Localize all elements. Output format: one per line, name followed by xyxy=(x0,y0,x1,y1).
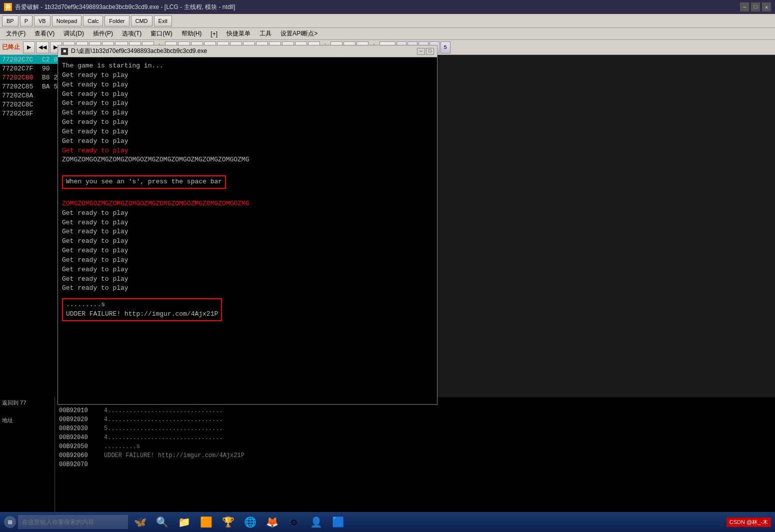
bottom-val: 5................................ xyxy=(104,425,223,432)
taskbar-app-person[interactable]: 👤 xyxy=(306,513,326,531)
taskbar-app-orange[interactable]: 🟧 xyxy=(196,513,216,531)
console-line xyxy=(62,165,433,174)
windows-search-icon[interactable]: ⊞ xyxy=(4,516,16,528)
maximize-button[interactable]: □ xyxy=(751,2,760,11)
console-bottom-boxed: .........s UDDER FAILURE! http://imgur.c… xyxy=(62,297,433,322)
bottom-addr: 00B92070 xyxy=(59,461,104,468)
bottom-addr: 00B92040 xyxy=(59,434,104,441)
back-button[interactable]: ◀◀ xyxy=(36,41,49,53)
menu-api[interactable]: 设置API断点> xyxy=(276,28,322,39)
bottom-val: 4................................ xyxy=(104,416,223,423)
menu-window[interactable]: 窗口(W) xyxy=(146,28,176,39)
bottom-addr: 00B92060 xyxy=(59,452,104,459)
bottom-row[interactable]: 00B92060 UDDER FAILURE! http://imgur.com… xyxy=(55,451,775,460)
space-bar-instruction: When you see an 's', press the space bar xyxy=(62,175,226,189)
close-button[interactable]: ✕ xyxy=(762,2,771,11)
bottom-val: 4................................ xyxy=(104,407,223,414)
console-boxed-line: When you see an 's', press the space bar xyxy=(62,174,433,190)
console-minimize[interactable]: — xyxy=(417,48,425,55)
notepad-button[interactable]: Notepad xyxy=(52,15,82,26)
bp-button[interactable]: BP xyxy=(2,15,18,26)
bottom-row[interactable]: 00B92010 4..............................… xyxy=(55,406,775,415)
bottom-addr: 00B92030 xyxy=(59,425,104,432)
menu-view[interactable]: 查看(V) xyxy=(30,28,58,39)
console-line: Get ready to play xyxy=(62,108,433,118)
console-line: Get ready to play xyxy=(62,118,433,127)
exit-button[interactable]: Exit xyxy=(154,15,172,26)
num5-button[interactable]: 5 xyxy=(440,41,450,53)
menu-debug[interactable]: 调试(D) xyxy=(60,28,88,39)
p-button[interactable]: P xyxy=(20,15,32,26)
console-line xyxy=(62,190,433,199)
menu-file[interactable]: 文件(F) xyxy=(2,28,30,39)
taskbar-app-folder[interactable]: 📁 xyxy=(174,513,194,531)
menu-tools[interactable]: 工具 xyxy=(256,28,276,39)
console-line-red: ZOMGZOMGOZMGZOMGZOMGOZMGZOMGZOMGOZMGZOMG… xyxy=(62,199,433,209)
folder-button[interactable]: Folder xyxy=(104,15,129,26)
console-title-bar: ■ D:\桌面\1b32d70ef9c3498893acbe3bcb9c3cd9… xyxy=(58,45,437,57)
failure-line1: .........s xyxy=(66,300,218,310)
bottom-val: 4................................ xyxy=(104,434,223,441)
console-line: Get ready to play xyxy=(62,237,433,246)
vb-button[interactable]: VB xyxy=(34,15,50,26)
menu-plugins[interactable]: 插件(P) xyxy=(89,28,117,39)
taskbar-app-trophy[interactable]: 🏆 xyxy=(218,513,238,531)
taskbar-search-input[interactable] xyxy=(18,515,128,529)
bottom-row[interactable]: 00B92050 .........s xyxy=(55,442,775,451)
bottom-addr: 00B92010 xyxy=(59,407,104,414)
taskbar-right: CSDN @林_-木 xyxy=(726,518,771,527)
console-line: Get ready to play xyxy=(62,209,433,218)
cmd-button[interactable]: CMD xyxy=(131,15,152,26)
title-bar: 吾 吾爱破解 - 1b32d70ef9c3498893acbe3bcb9c3cd… xyxy=(0,0,775,14)
bottom-val: .........s xyxy=(104,443,140,450)
console-window: ■ D:\桌面\1b32d70ef9c3498893acbe3bcb9c3cd9… xyxy=(58,45,438,405)
menu-options[interactable]: 选项(T) xyxy=(118,28,146,39)
console-line: Get ready to play xyxy=(62,137,433,146)
disasm-addr: 77202C7C xyxy=(2,56,42,63)
calc-button[interactable]: Calc xyxy=(83,15,103,26)
bottom-row[interactable]: 00B92070 xyxy=(55,460,775,469)
disasm-addr: 77202C80 xyxy=(2,74,42,81)
taskbar-app-square[interactable]: 🟦 xyxy=(328,513,348,531)
return-label: 返回到 77 xyxy=(2,399,52,407)
bottom-table: 00B92000 4..............................… xyxy=(55,397,775,512)
menu-help[interactable]: 帮助(H) xyxy=(178,28,206,39)
menu-plus[interactable]: [+] xyxy=(206,29,222,38)
console-title: D:\桌面\1b32d70ef9c3498893acbe3bcb9c3cd9.e… xyxy=(71,47,417,55)
taskbar-app-butterfly[interactable]: 🦋 xyxy=(130,513,150,531)
console-line: Get ready to play xyxy=(62,284,433,293)
console-line: Get ready to play xyxy=(62,265,433,275)
bottom-row[interactable]: 00B92040 4..............................… xyxy=(55,433,775,442)
bottom-row[interactable]: 00B92020 4..............................… xyxy=(55,415,775,424)
bottom-row[interactable]: 00B92030 5..............................… xyxy=(55,424,775,433)
console-line: Get ready to play xyxy=(62,227,433,237)
console-line: Get ready to play xyxy=(62,275,433,284)
failure-line2: UDDER FAILURE! http://imgur.com/4Ajx21P xyxy=(66,310,218,319)
address-label: 地址 xyxy=(2,417,52,424)
disasm-addr: 77202C85 xyxy=(2,83,42,90)
console-line: Get ready to play xyxy=(62,246,433,256)
console-maximize[interactable]: □ xyxy=(426,48,434,55)
console-line: Get ready to play xyxy=(62,218,433,228)
taskbar-app-browser[interactable]: 🌐 xyxy=(240,513,260,531)
taskbar-app-search[interactable]: 🔍 xyxy=(152,513,172,531)
bottom-addr: 00B92020 xyxy=(59,416,104,423)
window-controls: — □ ✕ xyxy=(740,2,771,11)
bottom-val: UDDER FAILURE! http://imgur.com/4Ajx21P xyxy=(104,452,244,459)
app-icon: 吾 xyxy=(4,3,12,11)
console-line: Get ready to play xyxy=(62,127,433,137)
taskbar-app-firefox[interactable]: 🦊 xyxy=(262,513,282,531)
top-toolbar: BP P VB Notepad Calc Folder CMD Exit xyxy=(0,14,775,28)
console-content: The game is starting in... Get ready to … xyxy=(58,57,437,326)
taskbar-app-gear[interactable]: ⚙️ xyxy=(284,513,304,531)
disasm-addr: 77202C7F xyxy=(2,65,42,72)
window-title: 吾爱破解 - 1b32d70ef9c3498893acbe3bcb9c3cd9.… xyxy=(15,3,740,11)
console-line-red: Get ready to play xyxy=(62,146,433,156)
menu-shortcuts[interactable]: 快捷菜单 xyxy=(222,28,254,39)
bottom-addr: 00B92050 xyxy=(59,443,104,450)
failure-box: .........s UDDER FAILURE! http://imgur.c… xyxy=(62,298,222,321)
console-line: ZOMGZOMGOZMGZOMGZOMGOZMGZOMGZOMGOZMGZOMG… xyxy=(62,155,433,165)
console-line: Get ready to play xyxy=(62,71,433,80)
run-button[interactable]: ▶ xyxy=(23,41,35,53)
minimize-button[interactable]: — xyxy=(740,2,749,11)
